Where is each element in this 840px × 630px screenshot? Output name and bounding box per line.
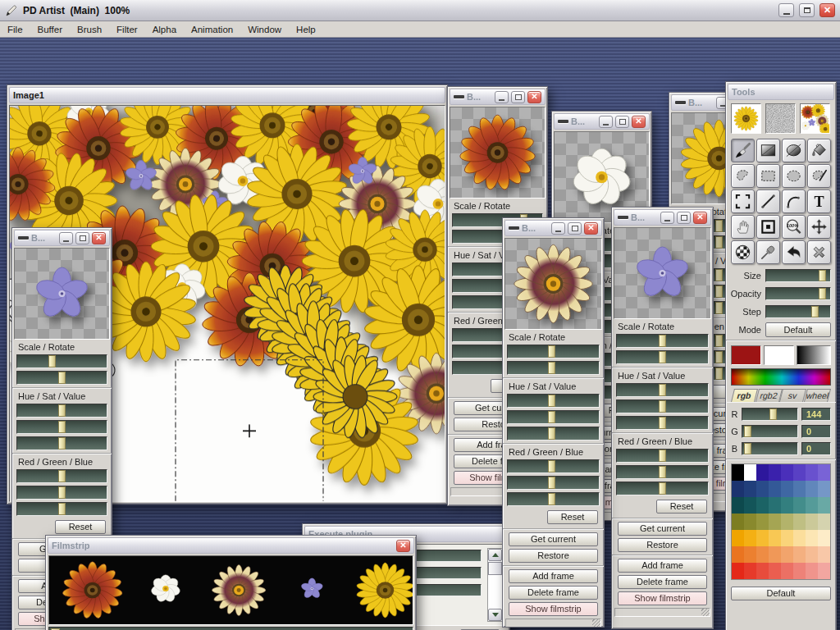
palette-swatch[interactable] xyxy=(769,530,781,546)
scale-slider[interactable] xyxy=(616,334,709,348)
channel-g-slider[interactable] xyxy=(742,425,798,438)
saturation-slider[interactable] xyxy=(616,399,709,413)
palette-swatch[interactable] xyxy=(806,514,818,530)
resize-grip[interactable] xyxy=(701,608,710,616)
show-filmstrip-button[interactable]: Show filmstrip xyxy=(618,591,707,605)
slider-handle[interactable] xyxy=(58,404,66,417)
mode-button[interactable]: Default xyxy=(765,322,831,337)
filmstrip-window[interactable]: Filmstrip ✕ xyxy=(45,535,417,630)
tool-undo-button[interactable] xyxy=(782,240,806,264)
maximize-button[interactable] xyxy=(75,232,89,244)
palette-swatch[interactable] xyxy=(793,563,806,579)
brush-titlebar[interactable]: B... ✕ xyxy=(504,220,602,236)
hue-slider[interactable] xyxy=(16,404,107,418)
palette-swatch[interactable] xyxy=(818,546,830,563)
minimize-button[interactable] xyxy=(599,116,613,128)
slider-handle[interactable] xyxy=(819,270,826,281)
tool-curve-button[interactable] xyxy=(782,189,806,213)
palette-swatch[interactable] xyxy=(732,464,744,481)
palette-swatch[interactable] xyxy=(756,514,769,530)
palette-swatch[interactable] xyxy=(818,481,830,497)
size-slider[interactable] xyxy=(765,269,831,282)
restore-button[interactable]: Restore xyxy=(509,549,598,563)
palette-swatch[interactable] xyxy=(769,497,781,514)
maximize-button[interactable] xyxy=(511,91,525,103)
tool-frame-zoom-button[interactable] xyxy=(756,215,780,239)
slider-handle[interactable] xyxy=(659,417,666,429)
get-current-button[interactable]: Get current xyxy=(509,532,598,546)
slider-handle[interactable] xyxy=(58,437,66,450)
menu-window[interactable]: Window xyxy=(240,22,289,37)
slider-handle[interactable] xyxy=(819,288,826,299)
palette-swatch[interactable] xyxy=(793,481,806,497)
palette-swatch[interactable] xyxy=(744,497,756,514)
slider-handle[interactable] xyxy=(659,466,666,478)
palette-swatch[interactable] xyxy=(732,481,744,497)
tool-paint-brush-button[interactable] xyxy=(731,139,755,162)
palette-swatch[interactable] xyxy=(732,530,744,546)
menu-file[interactable]: File xyxy=(0,22,30,37)
tool-pan-hand-button[interactable] xyxy=(731,215,755,239)
tool-text-button[interactable] xyxy=(807,189,831,213)
slider-handle[interactable] xyxy=(58,486,66,499)
saturation-slider[interactable] xyxy=(16,420,107,434)
palette-swatch[interactable] xyxy=(793,546,806,563)
slider-handle[interactable] xyxy=(715,351,723,363)
brush-titlebar[interactable]: B... ✕ xyxy=(554,113,650,130)
tool-color-picker-button[interactable] xyxy=(756,240,780,264)
palette-swatch[interactable] xyxy=(781,563,793,579)
palette-swatch[interactable] xyxy=(769,546,781,563)
slider-handle[interactable] xyxy=(548,427,555,440)
close-button[interactable]: ✕ xyxy=(632,116,646,128)
value-slider[interactable] xyxy=(16,436,107,450)
scroll-up-button[interactable] xyxy=(488,549,502,561)
tab-wheel[interactable]: wheel xyxy=(804,389,831,402)
brush-titlebar[interactable]: B... ✕ xyxy=(614,209,711,226)
reset-button[interactable]: Reset xyxy=(55,520,106,534)
window-menu-icon[interactable] xyxy=(454,95,464,98)
slider-handle[interactable] xyxy=(811,306,819,317)
palette-swatch[interactable] xyxy=(806,563,818,579)
tool-rect-select-button[interactable] xyxy=(756,164,780,188)
close-button[interactable]: ✕ xyxy=(819,3,835,17)
palette-swatch[interactable] xyxy=(781,497,793,514)
palette-swatch[interactable] xyxy=(769,514,781,530)
minimize-button[interactable] xyxy=(778,3,794,17)
slider-handle[interactable] xyxy=(659,384,666,396)
slider-handle[interactable] xyxy=(659,482,666,495)
palette-swatch[interactable] xyxy=(781,546,793,563)
palette-swatch[interactable] xyxy=(818,563,830,579)
tools-palette[interactable]: Tools xyxy=(725,81,837,630)
palette-swatch[interactable] xyxy=(793,514,806,530)
palette-swatch[interactable] xyxy=(793,530,806,546)
close-button[interactable]: ✕ xyxy=(92,232,106,244)
saturation-slider[interactable] xyxy=(507,410,600,424)
slider-handle[interactable] xyxy=(58,503,66,515)
slider-handle[interactable] xyxy=(715,269,723,281)
blue-slider[interactable] xyxy=(616,482,709,495)
palette-swatch[interactable] xyxy=(806,464,818,481)
slider-handle[interactable] xyxy=(715,368,723,380)
primary-color-swatch[interactable] xyxy=(731,345,761,365)
tool-ellipse-select-button[interactable] xyxy=(782,164,806,188)
add-frame-button[interactable]: Add frame xyxy=(509,569,598,583)
tab-rgb[interactable]: rgb xyxy=(731,389,758,402)
palette-swatch[interactable] xyxy=(781,514,793,530)
filmstrip-close-button[interactable]: ✕ xyxy=(396,540,410,552)
window-menu-icon[interactable] xyxy=(509,226,519,230)
minimize-button[interactable] xyxy=(59,232,73,244)
palette-swatch[interactable] xyxy=(756,481,769,497)
palette-swatch[interactable] xyxy=(818,497,830,514)
minimize-button[interactable] xyxy=(660,212,674,224)
brush-preview-flower[interactable] xyxy=(731,103,761,134)
brush-preview-collage[interactable] xyxy=(800,103,830,134)
palette-swatch[interactable] xyxy=(806,481,818,497)
opacity-slider[interactable] xyxy=(765,287,831,300)
window-menu-icon[interactable] xyxy=(18,236,29,240)
brush-window-gazania-center[interactable]: B... ✕ Scale / Rotate Hue / Sat / Value … xyxy=(502,217,605,628)
filmstrip-scrollbar[interactable] xyxy=(48,627,413,630)
slider-handle[interactable] xyxy=(715,285,723,298)
filmstrip-frames[interactable] xyxy=(48,555,413,625)
menu-animation[interactable]: Animation xyxy=(184,22,240,37)
resize-grip[interactable] xyxy=(592,619,600,627)
